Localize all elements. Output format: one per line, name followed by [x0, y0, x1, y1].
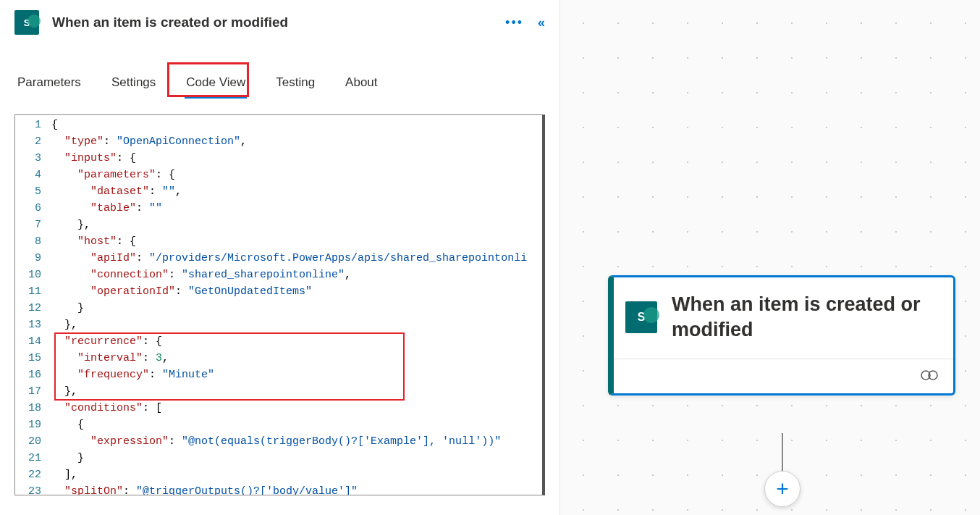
node-footer [614, 359, 953, 393]
line-gutter: 123456789101112131415161718192021222324 [15, 115, 47, 495]
tab-bar: Parameters Settings Code View Testing Ab… [0, 45, 559, 97]
add-step-button[interactable]: + [764, 471, 801, 507]
node-title: When an item is created or modified [672, 292, 937, 343]
code-editor[interactable]: 123456789101112131415161718192021222324 … [14, 114, 545, 495]
tab-about[interactable]: About [342, 70, 380, 97]
sharepoint-icon: S [625, 301, 657, 333]
header-actions: ••• « [505, 15, 545, 30]
flow-canvas[interactable]: S When an item is created or modified + [560, 0, 980, 515]
node-header: S When an item is created or modified [614, 277, 953, 359]
trigger-node[interactable]: S When an item is created or modified [608, 275, 955, 395]
collapse-panel-icon[interactable]: « [538, 15, 545, 30]
connection-icon[interactable] [920, 368, 939, 385]
sharepoint-icon: S [14, 10, 39, 35]
panel-title: When an item is created or modified [52, 14, 505, 30]
tab-testing[interactable]: Testing [273, 70, 318, 97]
plus-icon: + [776, 478, 789, 500]
tab-parameters[interactable]: Parameters [14, 70, 84, 97]
connector-line [782, 433, 783, 474]
more-menu-icon[interactable]: ••• [505, 15, 523, 30]
annotation-code-highlight [54, 332, 405, 401]
details-panel: S When an item is created or modified ••… [0, 0, 560, 515]
panel-header: S When an item is created or modified ••… [0, 0, 559, 45]
tab-settings[interactable]: Settings [109, 70, 159, 97]
annotation-tab-highlight [167, 62, 249, 97]
code-content[interactable]: { "type": "OpenApiConnection", "inputs":… [51, 117, 539, 495]
